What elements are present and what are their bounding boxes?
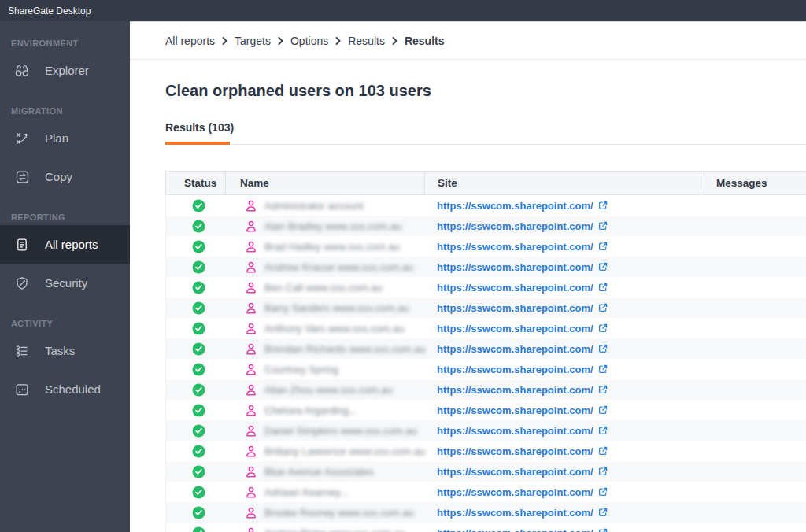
table-row[interactable]: Adriaan Kearney...https://sswcom.sharepo… [166, 482, 806, 502]
titlebar: ShareGate Desktop [0, 0, 806, 21]
site-link[interactable]: https://sswcom.sharepoint.com/ [437, 405, 608, 416]
external-link-icon [598, 221, 608, 231]
success-check-icon [192, 281, 205, 294]
table-row[interactable]: Barry Sanders www.sss.com.auhttps://sswc… [166, 297, 806, 318]
external-link-icon [598, 364, 608, 374]
breadcrumb-item-all-reports[interactable]: All reports [165, 35, 215, 47]
sidebar-section-migration: MIGRATION [0, 103, 130, 119]
user-name-redacted: Andrea Blake www.sss.com.au [264, 527, 405, 532]
sidebar-item-all-reports[interactable]: All reports [0, 225, 130, 264]
report-icon [13, 236, 31, 253]
breadcrumb-item-results-current: Results [405, 35, 445, 47]
table-row[interactable]: Allan Zhou www.sss.com.auhttps://sswcom.… [166, 379, 806, 400]
table-body: Administrator accounthttps://sswcom.shar… [165, 195, 806, 532]
binoculars-icon [13, 62, 31, 79]
site-link[interactable]: https://sswcom.sharepoint.com/ [437, 343, 608, 355]
table-row[interactable]: Andrea Blake www.sss.com.auhttps://sswco… [166, 523, 806, 532]
messages-cell [704, 277, 806, 297]
table-row[interactable]: Chelsea Argarding...https://sswcom.share… [166, 400, 806, 420]
table-row[interactable]: Brooke Rooney www.sss.com.auhttps://sswc… [166, 502, 806, 523]
site-link[interactable]: https://sswcom.sharepoint.com/ [437, 220, 608, 232]
column-header-name[interactable]: Name [225, 172, 424, 194]
table-row[interactable]: Ben Call www.sss.com.auhttps://sswcom.sh… [166, 277, 806, 297]
site-link[interactable]: https://sswcom.sharepoint.com/ [437, 466, 608, 478]
name-cell: Allan Zhou www.sss.com.au [225, 379, 424, 400]
results-table: Status Name Site Messages Administrator … [165, 171, 806, 532]
site-link[interactable]: https://sswcom.sharepoint.com/ [437, 507, 608, 519]
site-cell: https://sswcom.sharepoint.com/ [424, 379, 704, 400]
site-link[interactable]: https://sswcom.sharepoint.com/ [437, 241, 608, 253]
user-name-redacted: Alan Bradley www.sss.com.au [264, 220, 401, 232]
user-name-redacted: Chelsea Argarding... [264, 405, 357, 416]
sidebar-item-explorer[interactable]: Explorer [0, 51, 130, 90]
site-link[interactable]: https://sswcom.sharepoint.com/ [437, 200, 608, 212]
table-row[interactable]: Daniel Simpkins www.sss.com.auhttps://ss… [166, 420, 806, 441]
site-link[interactable]: https://sswcom.sharepoint.com/ [437, 527, 608, 532]
column-header-messages[interactable]: Messages [704, 172, 806, 194]
sidebar-section-activity: ACTIVITY [0, 316, 130, 331]
site-link[interactable]: https://sswcom.sharepoint.com/ [437, 282, 608, 294]
status-cell [166, 482, 225, 502]
breadcrumb-item-targets[interactable]: Targets [235, 35, 271, 47]
user-icon [245, 506, 257, 519]
messages-cell [704, 502, 806, 523]
table-row[interactable]: Administrator accounthttps://sswcom.shar… [166, 195, 806, 216]
sidebar-item-scheduled[interactable]: Scheduled [0, 370, 130, 408]
sidebar-item-tasks[interactable]: Tasks [0, 331, 130, 370]
user-name-redacted: Brendan Richards www.sss.com.au [264, 343, 425, 355]
table-row[interactable]: Alan Bradley www.sss.com.auhttps://sswco… [166, 216, 806, 236]
success-check-icon [192, 199, 205, 212]
messages-cell [704, 441, 806, 461]
user-icon [245, 281, 257, 294]
name-cell: Daniel Simpkins www.sss.com.au [225, 420, 424, 441]
site-link[interactable]: https://sswcom.sharepoint.com/ [437, 445, 608, 457]
site-link[interactable]: https://sswcom.sharepoint.com/ [437, 486, 608, 498]
messages-cell [704, 236, 806, 257]
column-header-status[interactable]: Status [166, 172, 225, 194]
name-cell: Barry Sanders www.sss.com.au [225, 297, 424, 318]
site-cell: https://sswcom.sharepoint.com/ [424, 502, 704, 523]
sidebar-item-plan[interactable]: Plan [0, 119, 130, 157]
table-row[interactable]: Blue Avenue Associateshttps://sswcom.sha… [166, 461, 806, 482]
main-content: All reportsTargetsOptionsResultsResults … [130, 21, 806, 532]
breadcrumb-item-options[interactable]: Options [290, 35, 328, 47]
site-cell: https://sswcom.sharepoint.com/ [424, 297, 704, 318]
site-link[interactable]: https://sswcom.sharepoint.com/ [437, 323, 608, 334]
table-row[interactable]: Brendan Richards www.sss.com.auhttps://s… [166, 338, 806, 359]
tasks-icon [13, 342, 31, 360]
shield-icon [13, 275, 31, 292]
site-cell: https://sswcom.sharepoint.com/ [424, 236, 704, 257]
site-link[interactable]: https://sswcom.sharepoint.com/ [437, 425, 608, 437]
table-row[interactable]: Courtney Springhttps://sswcom.sharepoint… [166, 359, 806, 379]
success-check-icon [192, 465, 205, 478]
breadcrumb-item-results[interactable]: Results [348, 35, 385, 47]
table-row[interactable]: Andrew Krause www.sss.com.auhttps://sswc… [166, 257, 806, 277]
site-cell: https://sswcom.sharepoint.com/ [424, 216, 704, 236]
table-row[interactable]: Anthony Vars www.sss.com.auhttps://sswco… [166, 318, 806, 338]
user-icon [245, 445, 257, 458]
column-header-site[interactable]: Site [424, 172, 704, 194]
tab-results[interactable]: Results (103) [165, 120, 234, 135]
sidebar-item-copy[interactable]: Copy [0, 157, 130, 196]
table-row[interactable]: Brad Hadley www.sss.com.auhttps://sswcom… [166, 236, 806, 257]
name-cell: Andrea Blake www.sss.com.au [225, 523, 424, 532]
name-cell: Ben Call www.sss.com.au [225, 277, 424, 297]
status-cell [166, 441, 225, 461]
name-cell: Blue Avenue Associates [225, 461, 424, 482]
sidebar-item-label: Scheduled [45, 382, 101, 396]
success-check-icon [192, 220, 205, 233]
status-cell [166, 236, 225, 257]
table-row[interactable]: Brittany Lawrence www.sss.com.auhttps://… [166, 441, 806, 461]
user-icon [245, 465, 257, 478]
site-link[interactable]: https://sswcom.sharepoint.com/ [437, 364, 608, 375]
name-cell: Brad Hadley www.sss.com.au [225, 236, 424, 257]
status-cell [166, 257, 225, 277]
messages-cell [704, 400, 806, 420]
user-icon [245, 240, 257, 253]
site-link[interactable]: https://sswcom.sharepoint.com/ [437, 384, 608, 396]
site-link[interactable]: https://sswcom.sharepoint.com/ [437, 261, 608, 273]
sidebar-item-security[interactable]: Security [0, 264, 130, 302]
site-link[interactable]: https://sswcom.sharepoint.com/ [437, 302, 608, 314]
success-check-icon [192, 526, 205, 532]
user-name-redacted: Daniel Simpkins www.sss.com.au [264, 425, 417, 437]
